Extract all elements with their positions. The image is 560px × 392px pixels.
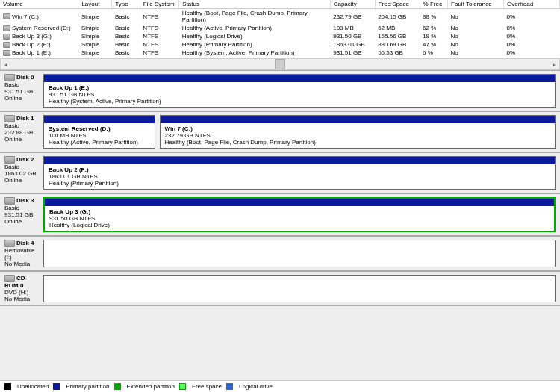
cell: No	[448, 9, 504, 25]
volume-row[interactable]: Back Up 2 (F:)SimpleBasicNTFSHealthy (Pr…	[0, 40, 560, 49]
partition-header-bar	[45, 199, 554, 206]
cell: NTFS	[140, 49, 178, 57]
disk-partitions: Back Up 3 (G:)931.50 GB NTFSHealthy (Log…	[43, 194, 560, 235]
disk-icon	[4, 74, 15, 81]
cell: 0%	[504, 9, 560, 25]
disk-row[interactable]: Disk 4Removable (I:)No Media	[0, 236, 560, 271]
cell: Simple	[78, 40, 112, 49]
disk-row[interactable]: CD-ROM 0DVD (H:)No Media	[0, 271, 560, 306]
col-header[interactable]: Layout	[78, 0, 112, 9]
cell: 1863.01 GB	[330, 40, 375, 49]
disk-icon	[4, 156, 15, 164]
cell: 88 %	[420, 9, 447, 25]
scroll-thumb[interactable]	[275, 59, 285, 69]
cell: 62 MB	[375, 24, 420, 32]
legend-label: Logical drive	[239, 383, 273, 390]
volume-row[interactable]: Back Up 1 (E:)SimpleBasicNTFSHealthy (Sy…	[0, 49, 560, 57]
empty-partition[interactable]	[43, 275, 556, 302]
cell: Basic	[112, 32, 140, 40]
partition-body: Back Up 1 (E:)931.51 GB NTFSHealthy (Sys…	[44, 82, 555, 107]
scroll-left-arrow[interactable]: ◂	[1, 59, 11, 69]
scroll-right-arrow[interactable]: ▸	[549, 59, 559, 69]
col-header[interactable]: Fault Tolerance	[448, 0, 504, 9]
cell: Simple	[78, 32, 112, 40]
volume-icon	[3, 25, 10, 31]
cell: Healthy (Boot, Page File, Crash Dump, Pr…	[179, 9, 330, 25]
cell: NTFS	[140, 40, 178, 49]
disk-graphical-view[interactable]: Disk 0Basic931.51 GBOnlineBack Up 1 (E:)…	[0, 70, 560, 380]
cell: Simple	[78, 9, 112, 25]
disk-label: Disk 3Basic931.51 GBOnline	[0, 194, 43, 235]
cell: 6 %	[420, 49, 447, 57]
cell: Simple	[78, 24, 112, 32]
volume-icon	[3, 13, 10, 19]
legend-label: Extended partition	[127, 383, 175, 390]
partition[interactable]: Back Up 2 (F:)1863.01 GB NTFSHealthy (Pr…	[43, 156, 556, 190]
volume-icon	[3, 42, 10, 48]
partition[interactable]: Win 7 (C:)232.79 GB NTFSHealthy (Boot, P…	[160, 115, 556, 149]
partition[interactable]: System Reserved (D:)100 MB NTFSHealthy (…	[43, 115, 155, 149]
disk-partitions: Back Up 2 (F:)1863.01 GB NTFSHealthy (Pr…	[43, 153, 560, 193]
col-header[interactable]: Overhead	[504, 0, 560, 9]
volume-list[interactable]: VolumeLayoutTypeFile SystemStatusCapacit…	[0, 0, 560, 58]
cell: 47 %	[420, 40, 447, 49]
col-header[interactable]: % Free	[420, 0, 447, 9]
col-header[interactable]: File System	[140, 0, 178, 9]
legend: Unallocated Primary partition Extended p…	[0, 380, 560, 392]
cell: Back Up 1 (E:)	[0, 49, 78, 57]
swatch-primary	[53, 383, 60, 390]
cell: 100 MB	[330, 24, 375, 32]
volume-icon	[3, 34, 10, 40]
partition-body: System Reserved (D:)100 MB NTFSHealthy (…	[44, 123, 155, 148]
disk-partitions	[43, 272, 560, 305]
cell: Back Up 3 (G:)	[0, 32, 78, 40]
disk-row[interactable]: Disk 1Basic232.88 GBOnlineSystem Reserve…	[0, 111, 560, 152]
cell: 0%	[504, 49, 560, 57]
cell: No	[448, 32, 504, 40]
partition-header-bar	[161, 116, 555, 123]
legend-label: Free space	[192, 383, 222, 390]
disk-row[interactable]: Disk 2Basic1863.02 GBOnlineBack Up 2 (F:…	[0, 152, 560, 193]
cell: System Reserved (D:)	[0, 24, 78, 32]
volume-icon	[3, 50, 10, 56]
cell: Healthy (Active, Primary Partition)	[179, 24, 330, 32]
swatch-unallocated	[4, 383, 11, 390]
col-header[interactable]: Type	[112, 0, 140, 9]
cell: 0%	[504, 32, 560, 40]
cell: Back Up 2 (F:)	[0, 40, 78, 49]
swatch-free	[179, 383, 186, 390]
col-header[interactable]: Status	[179, 0, 330, 9]
cell: 931.50 GB	[330, 32, 375, 40]
disk-label: CD-ROM 0DVD (H:)No Media	[0, 272, 43, 305]
cell: No	[448, 49, 504, 57]
disk-row[interactable]: Disk 0Basic931.51 GBOnlineBack Up 1 (E:)…	[0, 70, 560, 111]
cell: 931.51 GB	[330, 49, 375, 57]
partition[interactable]: Back Up 3 (G:)931.50 GB NTFSHealthy (Log…	[43, 197, 556, 232]
volume-row[interactable]: Back Up 3 (G:)SimpleBasicNTFSHealthy (Lo…	[0, 32, 560, 40]
cell: 0%	[504, 24, 560, 32]
partition[interactable]: Back Up 1 (E:)931.51 GB NTFSHealthy (Sys…	[43, 74, 556, 108]
cell: 880.69 GB	[375, 40, 420, 49]
cd-icon	[4, 275, 15, 282]
horizontal-scrollbar[interactable]: ◂ ▸	[0, 58, 560, 70]
cell: Healthy (Primary Partition)	[179, 40, 330, 49]
cell: NTFS	[140, 24, 178, 32]
partition-body: Back Up 3 (G:)931.50 GB NTFSHealthy (Log…	[45, 206, 554, 231]
disk-icon	[4, 197, 15, 205]
col-header[interactable]: Free Space	[375, 0, 420, 9]
cell: 62 %	[420, 24, 447, 32]
cell: NTFS	[140, 32, 178, 40]
col-header[interactable]: Volume	[0, 0, 78, 9]
cell: Basic	[112, 49, 140, 57]
col-header[interactable]: Capacity	[330, 0, 375, 9]
cell: NTFS	[140, 9, 178, 25]
volume-row[interactable]: Win 7 (C:)SimpleBasicNTFSHealthy (Boot, …	[0, 9, 560, 25]
partition-body: Back Up 2 (F:)1863.01 GB NTFSHealthy (Pr…	[44, 164, 555, 189]
cell: 232.79 GB	[330, 9, 375, 25]
partition-header-bar	[44, 116, 155, 123]
disk-label: Disk 2Basic1863.02 GBOnline	[0, 153, 43, 193]
volume-row[interactable]: System Reserved (D:)SimpleBasicNTFSHealt…	[0, 24, 560, 32]
disk-row[interactable]: Disk 3Basic931.51 GBOnlineBack Up 3 (G:)…	[0, 193, 560, 236]
empty-partition[interactable]	[43, 240, 556, 267]
disk-icon	[4, 240, 15, 247]
